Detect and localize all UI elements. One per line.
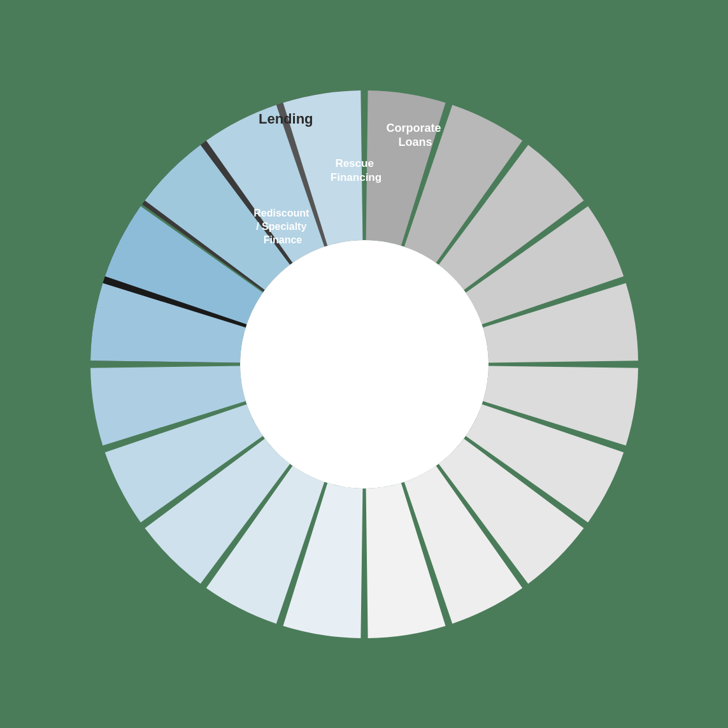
chart-container: Lending Corporate Loans Rescue Financing… bbox=[78, 78, 651, 651]
lending-label: Lending bbox=[259, 111, 313, 127]
donut-chart: Lending Corporate Loans Rescue Financing… bbox=[78, 78, 651, 651]
donut-hole bbox=[240, 240, 489, 489]
